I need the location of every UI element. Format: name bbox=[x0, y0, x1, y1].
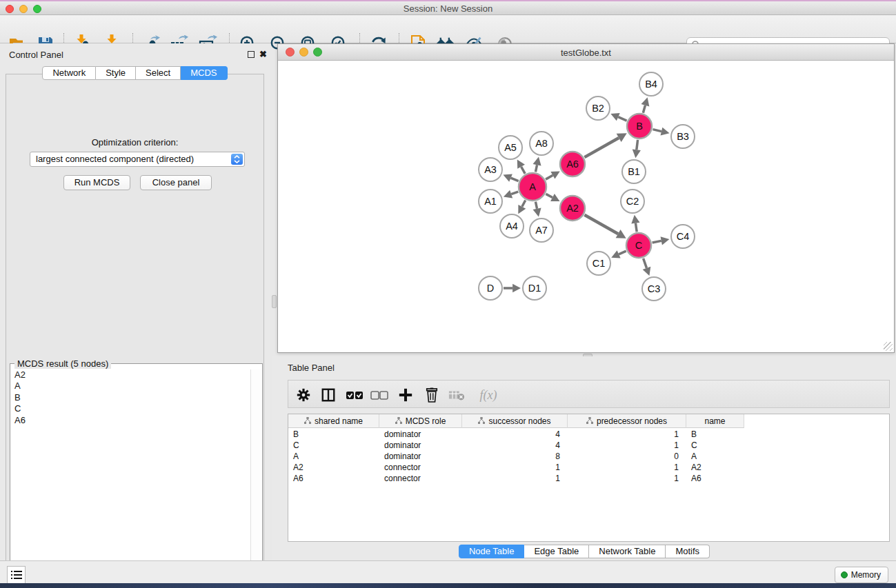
graph-edge-C-C2[interactable] bbox=[635, 223, 637, 232]
delete-column-icon[interactable] bbox=[422, 385, 441, 405]
graph-edge-B-B2[interactable] bbox=[618, 117, 626, 121]
column-header-name[interactable]: name bbox=[686, 414, 744, 428]
mcds-result-item[interactable]: A2 bbox=[12, 369, 250, 381]
column-header-predecessor-nodes[interactable]: predecessor nodes bbox=[568, 414, 686, 428]
graph-node-label: A bbox=[529, 181, 536, 192]
mcds-result-item[interactable]: C bbox=[12, 403, 250, 414]
vertical-splitter-handle[interactable] bbox=[272, 295, 277, 308]
table-cell[interactable]: C bbox=[288, 440, 379, 451]
network-window-titlebar[interactable]: testGlobe.txt bbox=[278, 44, 894, 61]
table-cell[interactable]: A bbox=[686, 451, 744, 462]
show-columns-icon[interactable] bbox=[319, 385, 338, 405]
graph-edge-A-A4[interactable] bbox=[522, 200, 526, 206]
memory-button[interactable]: Memory bbox=[835, 567, 888, 583]
dropdown-stepper-icon[interactable] bbox=[231, 154, 243, 165]
run-mcds-button[interactable]: Run MCDS bbox=[63, 175, 130, 190]
list-icon bbox=[11, 570, 22, 580]
mcds-result-item[interactable]: B bbox=[12, 392, 250, 403]
graph-edge-A-A6[interactable] bbox=[546, 175, 552, 179]
mcds-result-item[interactable]: A6 bbox=[12, 415, 250, 426]
desktop-edge-bottom bbox=[0, 583, 896, 588]
table-cell[interactable]: 4 bbox=[462, 429, 568, 440]
table-cell[interactable]: 1 bbox=[462, 473, 568, 484]
create-column-icon[interactable] bbox=[396, 385, 415, 405]
tab-network-table[interactable]: Network Table bbox=[589, 545, 666, 558]
graph-edge-B-B3[interactable] bbox=[653, 130, 661, 132]
column-header-label: shared name bbox=[315, 416, 363, 426]
table-cell[interactable]: 4 bbox=[462, 440, 568, 451]
close-panel-button[interactable]: Close panel bbox=[140, 175, 212, 190]
task-history-button[interactable] bbox=[7, 566, 26, 584]
mcds-scrollbar[interactable] bbox=[250, 369, 261, 588]
select-all-icon[interactable] bbox=[345, 385, 364, 405]
table-cell[interactable]: 8 bbox=[462, 451, 568, 462]
table-cell[interactable]: B bbox=[686, 429, 744, 440]
tab-node-table[interactable]: Node Table bbox=[459, 545, 525, 558]
graph-node-label: A8 bbox=[535, 138, 548, 149]
column-header-MCDS-role[interactable]: MCDS role bbox=[379, 414, 462, 428]
graph-edge-A-A5[interactable] bbox=[521, 167, 526, 174]
mcds-result-item[interactable]: A bbox=[12, 381, 250, 392]
table-cell[interactable]: dominator bbox=[379, 429, 462, 440]
graph-edge-C-C4[interactable] bbox=[653, 241, 661, 243]
graph-edge-A-A2[interactable] bbox=[546, 194, 552, 197]
table-cell[interactable]: A6 bbox=[288, 473, 379, 484]
float-panel-icon[interactable] bbox=[248, 51, 255, 58]
table-row[interactable]: A6connector11A6 bbox=[288, 473, 744, 484]
table-cell[interactable]: connector bbox=[379, 473, 462, 484]
table-cell[interactable]: 1 bbox=[568, 462, 686, 473]
table-tabs: Node TableEdge TableNetwork TableMotifs bbox=[272, 545, 896, 558]
table-toolbar: f(x) bbox=[288, 380, 890, 408]
column-header-label: name bbox=[704, 416, 725, 426]
graph-edge-A-A8[interactable] bbox=[535, 165, 537, 172]
table-row[interactable]: Bdominator41B bbox=[288, 429, 744, 440]
graph-node-label: B bbox=[636, 121, 643, 132]
table-cell[interactable]: 0 bbox=[568, 451, 686, 462]
graph-edge-A-A3[interactable] bbox=[511, 178, 519, 181]
close-panel-icon[interactable]: ✖ bbox=[259, 51, 267, 58]
table-cell[interactable]: A6 bbox=[686, 473, 744, 484]
table-cell[interactable]: B bbox=[288, 429, 379, 440]
table-cell[interactable]: dominator bbox=[379, 451, 462, 462]
table-cell[interactable]: A bbox=[288, 451, 379, 462]
graph-edge-A6-B[interactable] bbox=[584, 138, 619, 157]
memory-status-icon bbox=[841, 571, 848, 578]
window-resize-grip[interactable] bbox=[884, 342, 893, 351]
graph-edge-C-C3[interactable] bbox=[644, 258, 647, 268]
table-cell[interactable]: A2 bbox=[288, 462, 379, 473]
column-header-successor-nodes[interactable]: successor nodes bbox=[462, 414, 568, 428]
network-window-title: testGlobe.txt bbox=[278, 48, 894, 58]
unselect-all-icon[interactable] bbox=[370, 385, 389, 405]
tab-select[interactable]: Select bbox=[136, 66, 181, 80]
tab-network[interactable]: Network bbox=[42, 66, 96, 80]
table-cell[interactable]: 1 bbox=[462, 462, 568, 473]
graph-node-label: B4 bbox=[645, 79, 657, 90]
table-row[interactable]: Adominator80A bbox=[288, 451, 744, 462]
table-settings-icon[interactable] bbox=[294, 385, 313, 405]
tab-motifs[interactable]: Motifs bbox=[666, 545, 710, 558]
table-cell[interactable]: connector bbox=[379, 462, 462, 473]
node-table-body: Bdominator41BCdominator41CAdominator80AA… bbox=[288, 429, 744, 484]
network-graph[interactable]: AA6A2BCA1A3A4A5A7A8B1B2B3B4C1C2C3C4DD1 bbox=[278, 61, 894, 352]
table-cell[interactable]: C bbox=[686, 440, 744, 451]
tab-mcds[interactable]: MCDS bbox=[181, 66, 227, 80]
table-row[interactable]: A2connector11A2 bbox=[288, 462, 744, 473]
table-cell[interactable]: 1 bbox=[568, 473, 686, 484]
table-cell[interactable]: dominator bbox=[379, 440, 462, 451]
table-row[interactable]: Cdominator41C bbox=[288, 440, 744, 451]
tab-edge-table[interactable]: Edge Table bbox=[524, 545, 589, 558]
graph-edge-A2-C[interactable] bbox=[584, 215, 618, 234]
tab-style[interactable]: Style bbox=[96, 66, 136, 80]
graph-edge-B-B4[interactable] bbox=[643, 105, 645, 113]
graph-edge-A-A1[interactable] bbox=[511, 192, 518, 194]
graph-edge-B-B1[interactable] bbox=[637, 140, 638, 150]
table-cell[interactable]: A2 bbox=[686, 462, 744, 473]
column-header-shared-name[interactable]: shared name bbox=[288, 414, 379, 428]
control-panel-header: Control Panel ✖ bbox=[0, 43, 270, 64]
network-canvas[interactable]: AA6A2BCA1A3A4A5A7A8B1B2B3B4C1C2C3C4DD1 bbox=[278, 61, 894, 352]
criterion-dropdown[interactable]: largest connected component (directed) bbox=[30, 152, 245, 167]
graph-edge-C-C1[interactable] bbox=[619, 251, 626, 254]
table-cell[interactable]: 1 bbox=[568, 429, 686, 440]
graph-edge-A-A7[interactable] bbox=[535, 202, 537, 209]
table-cell[interactable]: 1 bbox=[568, 440, 686, 451]
